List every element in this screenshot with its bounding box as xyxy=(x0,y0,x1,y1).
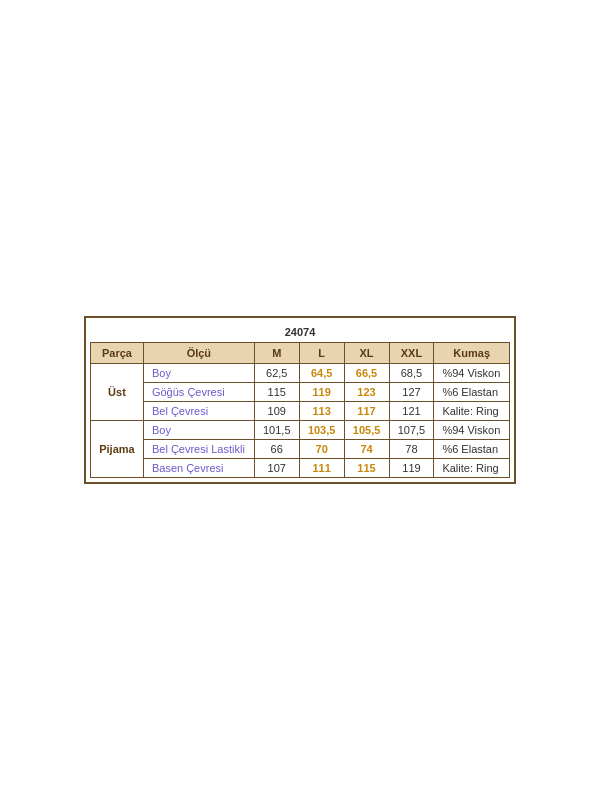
olcu-cell: Bel Çevresi Lastikli xyxy=(143,440,254,459)
val-m: 115 xyxy=(254,383,299,402)
val-l: 64,5 xyxy=(299,364,344,383)
section-pijama-label: Pijama xyxy=(91,421,144,478)
olcu-cell: Basen Çevresi xyxy=(143,459,254,478)
header-parca: Parça xyxy=(91,343,144,364)
val-xl: 66,5 xyxy=(344,364,389,383)
val-xl: 115 xyxy=(344,459,389,478)
header-l: L xyxy=(299,343,344,364)
olcu-cell: Boy xyxy=(143,421,254,440)
header-kumas: Kumaş xyxy=(434,343,510,364)
val-m: 101,5 xyxy=(254,421,299,440)
val-l: 113 xyxy=(299,402,344,421)
val-m: 107 xyxy=(254,459,299,478)
val-m: 66 xyxy=(254,440,299,459)
size-table-wrapper: 24074 Parça Ölçü M L XL XXL Kumaş Üst Bo… xyxy=(84,316,516,484)
val-xxl: 121 xyxy=(389,402,434,421)
kumas-cell: Kalite: Ring xyxy=(434,402,510,421)
val-xl: 105,5 xyxy=(344,421,389,440)
table-row: Pijama Boy 101,5 103,5 105,5 107,5 %94 V… xyxy=(91,421,510,440)
val-xxl: 78 xyxy=(389,440,434,459)
olcu-cell: Göğüs Çevresi xyxy=(143,383,254,402)
kumas-cell: Kalite: Ring xyxy=(434,459,510,478)
olcu-cell: Boy xyxy=(143,364,254,383)
table-row: Bel Çevresi 109 113 117 121 Kalite: Ring xyxy=(91,402,510,421)
val-l: 119 xyxy=(299,383,344,402)
val-m: 62,5 xyxy=(254,364,299,383)
header-xl: XL xyxy=(344,343,389,364)
kumas-cell: %94 Viskon xyxy=(434,364,510,383)
header-m: M xyxy=(254,343,299,364)
section-ust-label: Üst xyxy=(91,364,144,421)
val-xxl: 107,5 xyxy=(389,421,434,440)
val-xl: 123 xyxy=(344,383,389,402)
val-xxl: 127 xyxy=(389,383,434,402)
val-xxl: 119 xyxy=(389,459,434,478)
val-xl: 74 xyxy=(344,440,389,459)
table-row: Üst Boy 62,5 64,5 66,5 68,5 %94 Viskon xyxy=(91,364,510,383)
val-l: 111 xyxy=(299,459,344,478)
kumas-cell: %6 Elastan xyxy=(434,383,510,402)
header-olcu: Ölçü xyxy=(143,343,254,364)
kumas-cell: %6 Elastan xyxy=(434,440,510,459)
table-row: Bel Çevresi Lastikli 66 70 74 78 %6 Elas… xyxy=(91,440,510,459)
val-l: 70 xyxy=(299,440,344,459)
val-m: 109 xyxy=(254,402,299,421)
header-xxl: XXL xyxy=(389,343,434,364)
val-xl: 117 xyxy=(344,402,389,421)
table-row: Göğüs Çevresi 115 119 123 127 %6 Elastan xyxy=(91,383,510,402)
val-xxl: 68,5 xyxy=(389,364,434,383)
product-code: 24074 xyxy=(91,322,510,343)
kumas-cell: %94 Viskon xyxy=(434,421,510,440)
val-l: 103,5 xyxy=(299,421,344,440)
olcu-cell: Bel Çevresi xyxy=(143,402,254,421)
table-row: Basen Çevresi 107 111 115 119 Kalite: Ri… xyxy=(91,459,510,478)
